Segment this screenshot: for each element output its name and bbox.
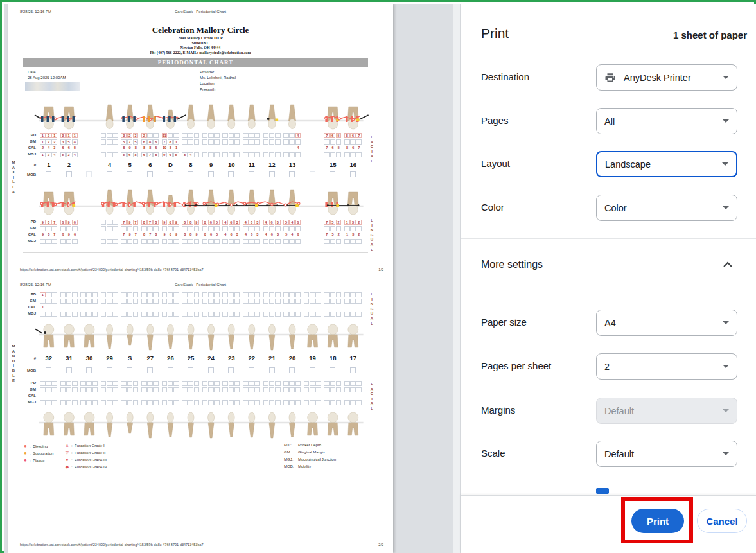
partial-checkbox[interactable] <box>596 488 609 494</box>
cancel-button[interactable]: Cancel <box>697 509 747 533</box>
print-button[interactable]: Print <box>631 509 684 533</box>
legend-abbr-pd: PD :Pocket Depth <box>284 443 321 447</box>
layout-caret-icon <box>722 162 728 166</box>
paper-size-select[interactable]: A4 <box>596 310 737 336</box>
scale-select[interactable]: Default <box>596 441 737 467</box>
paper-size-value: A4 <box>604 318 723 328</box>
scale-value: Default <box>604 449 723 459</box>
dialog-footer: Print Cancel <box>461 495 756 553</box>
preview-scrollbar[interactable] <box>453 4 460 553</box>
legend-abbr-mob: MOB:Mobility <box>284 464 311 468</box>
margins-value: Default <box>604 406 723 416</box>
color-select[interactable]: Color <box>596 195 737 221</box>
chart-legend: ●: Bleeding●: Suppuration●: Plaque∧: Fur… <box>8 4 393 553</box>
legend-furcation-2: ▽: Furcation Grade II <box>63 450 105 455</box>
page2-page-number: 2/2 <box>367 543 383 547</box>
destination-value: AnyDesk Printer <box>624 73 723 83</box>
destination-select[interactable]: AnyDesk Printer <box>596 64 737 91</box>
pages-per-sheet-value: 2 <box>604 362 723 372</box>
margins-label: Margins <box>481 405 515 416</box>
pages-select[interactable]: All <box>596 108 737 134</box>
pages-per-sheet-label: Pages per sheet <box>481 360 551 371</box>
pages-per-sheet-select[interactable]: 2 <box>596 353 737 380</box>
margins-select: Default <box>596 398 737 424</box>
legend-marker-bleeding: ●: Bleeding <box>21 443 48 449</box>
destination-caret-icon <box>723 76 729 79</box>
layout-label: Layout <box>481 158 510 169</box>
paper-size-caret-icon <box>723 321 729 324</box>
more-settings-toggle[interactable]: More settings <box>481 259 543 270</box>
panel-title: Print <box>481 26 509 41</box>
color-value: Color <box>604 203 723 213</box>
paper-size-label: Paper size <box>481 317 527 328</box>
page2-footer-url: https://celebration.uat.carestack.com/#/… <box>20 543 204 547</box>
print-dialog-window: 8/28/25, 12:16 PM CareStack - Periodonta… <box>0 0 756 553</box>
sheet-count: 1 sheet of paper <box>673 30 747 40</box>
margins-caret-icon <box>723 409 729 412</box>
legend-marker-suppuration: ●: Suppuration <box>21 450 53 456</box>
pages-per-sheet-caret-icon <box>723 365 729 368</box>
print-settings-panel: Print 1 sheet of paper Destination AnyDe… <box>460 4 756 553</box>
color-label: Color <box>481 202 504 213</box>
legend-furcation-3: ▼: Furcation Grade III <box>63 457 107 462</box>
layout-value: Landscape <box>605 159 722 170</box>
scale-label: Scale <box>481 448 505 459</box>
settings-divider <box>461 238 756 239</box>
preview-sheet: 8/28/25, 12:16 PM CareStack - Periodonta… <box>8 4 393 553</box>
layout-select[interactable]: Landscape <box>596 151 737 177</box>
destination-label: Destination <box>481 71 529 82</box>
legend-furcation-1: ∧: Furcation Grade I <box>63 443 105 448</box>
pages-caret-icon <box>723 119 729 123</box>
pages-label: Pages <box>481 115 509 126</box>
legend-furcation-4: ◆: Furcation Grade IV <box>63 464 107 470</box>
printer-icon <box>604 72 616 83</box>
legend-abbr-mgj: MGJ:Mucogingival Junction <box>284 457 336 461</box>
color-caret-icon <box>723 206 729 209</box>
print-preview-area: 8/28/25, 12:16 PM CareStack - Periodonta… <box>4 4 460 553</box>
scale-caret-icon <box>723 452 729 455</box>
pages-value: All <box>604 116 723 127</box>
chevron-up-icon[interactable] <box>723 261 733 268</box>
legend-marker-plaque: ●: Plaque <box>21 457 45 463</box>
legend-abbr-gm: GM :Gingival Margin <box>284 450 325 454</box>
